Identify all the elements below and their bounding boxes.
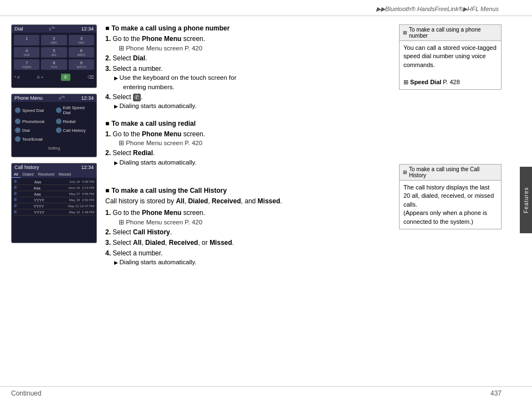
phone-menu-dial[interactable]: Dial [14,126,54,134]
call-history-step3: 3. Select All, Dialed, Received, or Miss… [105,238,391,248]
dial-screen: Dial 0TA 12:34 1 2ABC 3DEF 4GHI 5JKL 6MN… [11,24,97,88]
main-content: Dial 0TA 12:34 1 2ABC 3DEF 4GHI 5JKL 6MN… [0,16,532,378]
phone-menu-edit-speed[interactable]: Edit Speed Dial [55,104,95,116]
edit-speed-icon [56,107,62,113]
dial-title: Dial [14,26,23,32]
call-history-note-text2: (Appears only when a phone is connected … [403,209,487,224]
phone-number-title: ■To make a call using a phone number [105,24,391,32]
dial-key-1[interactable]: 1 [14,35,39,45]
history-tab-all[interactable]: All [12,171,21,178]
history-tabs: All Dialed Received Missed [12,171,96,178]
phone-menu-ref-3: Phone Menu screen P. 420 [105,218,391,227]
phone-number-section: ■To make a call using a phone number 1. … [105,24,391,112]
phone-number-step3-sub: Use the keyboard on the touch screen for [105,73,391,82]
phonebook-label: Phonebook [22,119,44,124]
call-history-step4-sub: Dialing starts automatically. [105,258,391,266]
phone-number-step1: 1. Go to the Phone Menu screen. Phone Me… [105,34,391,53]
footer-page-number: 437 [490,389,502,397]
redial-step2-sub: Dialing starts automatically. [105,158,391,167]
phone-number-note-title: To make a call using a phone number [400,25,501,41]
phone-menu-setting[interactable]: Setting [12,145,96,151]
phone-number-step4: 4. Select ✆. Dialing starts automaticall… [105,93,391,111]
call-history-step1: 1. Go to the Phone Menu screen. Phone Me… [105,208,391,227]
history-tab-received[interactable]: Received [36,171,57,178]
call-history-note-body: The call history displays the last 20 al… [400,181,501,229]
dial-screen-bar: Dial 0TA 12:34 [12,25,96,33]
dial-label: Dial [22,128,30,133]
call-history-step2: 2. Select Call History. [105,228,391,237]
call-history-intro: Call history is stored by All, Dialed, R… [105,197,391,206]
history-item-6[interactable]: ✆ YYYY May 12 1:48 PM [14,209,94,216]
dial-key-9[interactable]: 9WXYZ [69,59,94,70]
dial-bottom-bar: * # 0 + ✆ ⌫ [12,72,96,83]
phonebook-icon [15,119,21,124]
call-history-note: To make a call using the Call History Th… [399,164,502,229]
phone-menu-title: Phone Menu [14,95,43,101]
header: ▶▶Bluetooth® HandsFreeLink®▶HFL Menus [0,0,532,16]
dial-time: 12:34 [81,26,94,32]
dial-key-4[interactable]: 4GHI [14,47,39,58]
call-history-note-text1: The call history displays the last 20 al… [403,184,494,208]
redial-section: ■To make a call using redial 1. Go to th… [105,120,391,168]
section-square-2: ■ [105,120,109,127]
call-history-step4: 4. Select a number. Dialing starts autom… [105,249,391,267]
notes-column: To make a call using a phone number You … [399,24,502,370]
speed-dial-icon [15,107,21,113]
history-item-3[interactable]: ✆ Aaa May 27 4:06 PM [14,191,94,197]
redial-step1: 1. Go to the Phone Menu screen. Phone Me… [105,130,391,148]
call-history-section-title: ■To make a call using the Call History [105,187,391,194]
speed-dial-label: Speed Dial [22,108,44,113]
call-history-time: 12:34 [81,165,94,170]
features-tab: Features [520,167,532,233]
history-item-2[interactable]: ✆ Aaa June 16 2:14 PM [14,185,94,191]
call-history-title: Call history [14,165,39,170]
edit-speed-label: Edit Speed Dial [63,105,94,115]
section-square-3: ■ [105,187,109,194]
history-item-4[interactable]: ✆ YYYY May 19 2:50 PM [14,197,94,203]
dial-key-8[interactable]: 8TUV [41,59,66,70]
dial-icon [15,127,21,133]
screens-column: Dial 0TA 12:34 1 2ABC 3DEF 4GHI 5JKL 6MN… [11,24,97,370]
phone-number-note: To make a call using a phone number You … [399,24,502,90]
redial-icon [56,119,62,124]
phone-menu-ref-2: Phone Menu screen P. 420 [105,139,391,147]
redial-step2: 2. Select Redial. Dialing starts automat… [105,148,391,167]
dial-call-button[interactable]: ✆ [61,74,70,81]
phone-number-step3-sub2: entering numbers. [105,83,391,91]
phone-menu-bar: Phone Menu 0TA 12:34 [12,94,96,102]
call-history-icon [56,127,62,133]
phone-menu-grid: Speed Dial Edit Speed Dial Phonebook Red… [12,102,96,145]
phone-menu-ref-1: Phone Menu screen P. 420 [105,44,391,53]
history-item-5[interactable]: ✆ YYYY May 12 12:47 PM [14,203,94,209]
history-tab-dialed[interactable]: Dialed [21,171,36,178]
history-list: ✆ Aaa July 16 4:39 PM ✆ Aaa June 16 2:14… [12,178,96,217]
call-history-screen: Call history 12:34 All Dialed Received M… [11,163,97,243]
phone-menu-text-email[interactable]: Text/Email [14,135,54,143]
text-email-label: Text/Email [22,137,43,142]
phone-number-step2: 2. Select Dial. [105,54,391,63]
phone-menu-time: 12:34 [81,95,94,101]
call-history-section: ■To make a call using the Call History C… [105,187,391,268]
call-history-note-title: To make a call using the Call History [400,165,501,181]
phone-number-note-body: You can call a stored voice-tagged speed… [400,41,501,89]
footer: Continued 437 [0,386,532,400]
dial-key-3[interactable]: 3DEF [69,35,94,45]
phone-number-step4-sub: Dialing starts automatically. [105,101,391,110]
phone-menu-redial[interactable]: Redial [55,117,95,125]
history-tab-missed[interactable]: Missed [57,171,73,178]
redial-label: Redial [63,119,76,124]
phone-menu-call-history[interactable]: Call History [55,126,95,134]
phone-menu-speed-dial[interactable]: Speed Dial [14,104,54,116]
dial-key-6[interactable]: 6MNO [69,47,94,58]
dial-key-2[interactable]: 2ABC [41,35,66,45]
dial-key-7[interactable]: 7PQRS [14,59,39,70]
footer-continued: Continued [11,389,42,397]
text-email-icon [15,136,21,142]
section-square-1: ■ [105,24,109,32]
phone-number-note-ref: ⊞ Speed Dial P. 428 [403,79,460,85]
dial-key-5[interactable]: 5JKL [41,47,66,58]
instructions-column: ■To make a call using a phone number 1. … [105,24,391,370]
phone-menu-phonebook[interactable]: Phonebook [14,117,54,125]
history-item-1[interactable]: ✆ Aaa July 16 4:39 PM [14,179,94,185]
phone-number-step3: 3. Select a number. Use the keyboard on … [105,64,391,91]
